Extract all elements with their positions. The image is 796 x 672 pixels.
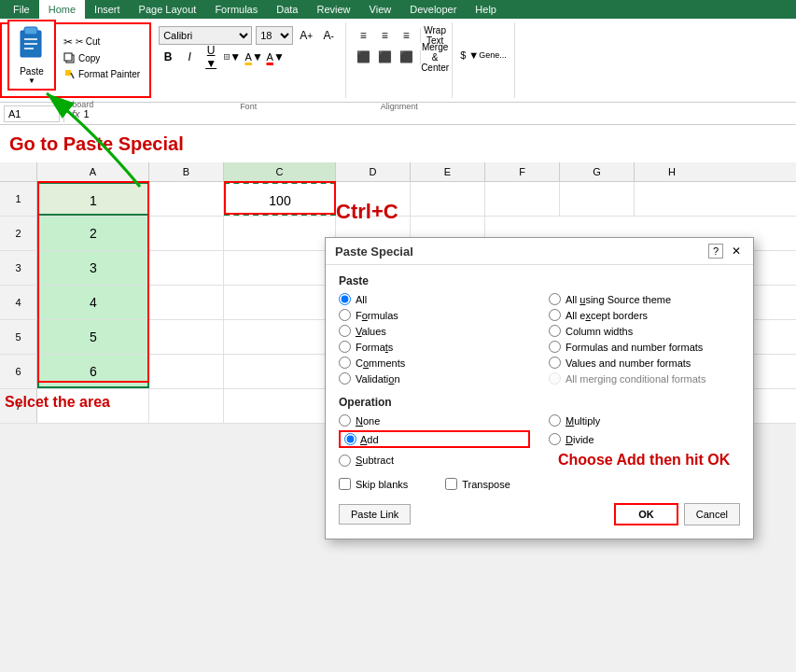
cell-A2[interactable]: 2 [37, 217, 149, 250]
col-header-B[interactable]: B [149, 162, 224, 181]
tab-file[interactable]: File [4, 0, 39, 19]
cell-C4[interactable] [224, 286, 336, 319]
cell-H1[interactable] [635, 182, 709, 216]
cell-C1[interactable]: 100 [224, 182, 336, 216]
cell-C3[interactable] [224, 251, 336, 285]
paste-link-button[interactable]: Paste Link [339, 504, 411, 525]
cell-B2[interactable] [149, 217, 224, 250]
cell-A3[interactable]: 3 [37, 251, 149, 285]
col-header-H[interactable]: H [635, 162, 709, 181]
italic-button[interactable]: I [180, 48, 199, 66]
cancel-button[interactable]: Cancel [684, 503, 740, 525]
paste-col-widths-option[interactable]: Column widths [549, 325, 740, 337]
choose-add-annotation: Choose Add then hit OK [558, 452, 730, 469]
goto-paste-special-annotation: Go to Paste Special [9, 133, 184, 155]
cell-C5[interactable] [224, 320, 336, 354]
tab-data[interactable]: Data [267, 0, 307, 19]
paste-formats-option[interactable]: Formats [339, 341, 530, 353]
op-multiply-option[interactable]: Multiply [549, 414, 740, 427]
bold-button[interactable]: B [159, 48, 177, 66]
ok-button[interactable]: OK [614, 503, 678, 525]
tab-insert[interactable]: Insert [85, 0, 130, 19]
cell-B1[interactable] [149, 182, 224, 216]
decrease-font-button[interactable]: A- [319, 26, 338, 45]
dialog-footer: Paste Link OK Cancel [339, 503, 740, 529]
paste-values-num-option[interactable]: Values and number formats [549, 357, 740, 369]
cell-C2[interactable] [224, 217, 336, 250]
align-middle-button[interactable]: ≡ [375, 26, 394, 45]
cut-button[interactable]: ✂ ✂ Cut [60, 35, 144, 49]
transpose-checkbox[interactable]: Transpose [445, 478, 510, 490]
op-subtract-option[interactable]: Subtract [339, 452, 530, 469]
col-header-G[interactable]: G [560, 162, 635, 181]
col-header-F[interactable]: F [485, 162, 560, 181]
cell-A1[interactable]: 1 [37, 182, 149, 216]
paste-comments-option[interactable]: Comments [339, 357, 530, 369]
format-painter-button[interactable]: Format Painter [60, 67, 144, 81]
paste-special-dialog: Paste Special ? ✕ Paste All All using So… [325, 237, 754, 539]
op-divide-option[interactable]: Divide [549, 430, 740, 448]
paste-validation-option[interactable]: Validation [339, 372, 530, 385]
font-group-label: Font [151, 102, 345, 111]
ctrlc-annotation: Ctrl+C [336, 200, 398, 224]
dialog-title: Paste Special [335, 245, 413, 259]
tab-help[interactable]: Help [466, 0, 506, 19]
align-bottom-button[interactable]: ≡ [397, 26, 415, 45]
paste-formulas-num-option[interactable]: Formulas and number formats [549, 341, 740, 353]
cell-A4[interactable]: 4 [37, 286, 149, 319]
clipboard-group-label: Clipboard [2, 100, 149, 109]
cell-E1[interactable] [411, 182, 485, 216]
cell-F1[interactable] [485, 182, 560, 216]
row-num-6: 6 [0, 355, 37, 388]
paste-all-source-option[interactable]: All using Source theme [549, 293, 740, 305]
cell-B6[interactable] [149, 355, 224, 388]
underline-button[interactable]: U ▼ [202, 48, 220, 66]
font-size-select[interactable]: 18 [256, 26, 293, 45]
col-header-C[interactable]: C [224, 162, 336, 181]
dialog-close-button[interactable]: ✕ [729, 244, 744, 259]
copy-button[interactable]: Copy [60, 51, 144, 65]
cell-C7[interactable] [224, 389, 336, 423]
col-header-D[interactable]: D [336, 162, 411, 181]
align-left-button[interactable]: ⬛ [354, 48, 372, 66]
col-header-A[interactable]: A [37, 162, 149, 181]
paste-label: Paste [20, 66, 44, 77]
borders-button[interactable]: ▼ [223, 48, 242, 66]
align-top-button[interactable]: ≡ [354, 26, 372, 45]
paste-all-merging-option[interactable]: All merging conditional formats [549, 372, 740, 385]
skip-blanks-checkbox[interactable]: Skip blanks [339, 478, 408, 490]
row-num-1: 1 [0, 182, 37, 216]
paste-all-except-option[interactable]: All except borders [549, 309, 740, 321]
tab-developer[interactable]: Developer [400, 0, 466, 19]
increase-font-button[interactable]: A+ [297, 26, 315, 45]
paste-values-option[interactable]: Values [339, 325, 530, 337]
align-right-button[interactable]: ⬛ [397, 48, 415, 66]
align-center-button[interactable]: ⬛ [375, 48, 394, 66]
cell-A6[interactable]: 6 [37, 355, 149, 388]
tab-review[interactable]: Review [307, 0, 359, 19]
op-none-option[interactable]: None [339, 414, 530, 427]
cell-B7[interactable] [149, 389, 224, 423]
merge-center-button[interactable]: Merge & Center [426, 48, 444, 66]
cell-B5[interactable] [149, 320, 224, 354]
cell-A5[interactable]: 5 [37, 320, 149, 354]
tab-home[interactable]: Home [39, 0, 85, 19]
tab-page-layout[interactable]: Page Layout [130, 0, 206, 19]
tab-view[interactable]: View [360, 0, 401, 19]
dialog-help-button[interactable]: ? [708, 244, 723, 259]
paste-all-option[interactable]: All [339, 293, 530, 305]
cell-B4[interactable] [149, 286, 224, 319]
svg-rect-3 [24, 43, 37, 45]
cell-C6[interactable] [224, 355, 336, 388]
op-add-option[interactable]: Add [339, 430, 530, 448]
cell-G1[interactable] [560, 182, 635, 216]
tab-formulas[interactable]: Formulas [205, 0, 267, 19]
paste-formulas-option[interactable]: Formulas [339, 309, 530, 321]
col-header-E[interactable]: E [411, 162, 485, 181]
svg-rect-4 [24, 48, 34, 49]
paste-button[interactable]: Paste ▼ [7, 20, 56, 91]
cell-B3[interactable] [149, 251, 224, 285]
font-color-button[interactable]: A ▼ [266, 48, 285, 66]
font-name-select[interactable]: Calibri [159, 26, 252, 45]
fill-color-button[interactable]: A ▼ [244, 48, 263, 66]
